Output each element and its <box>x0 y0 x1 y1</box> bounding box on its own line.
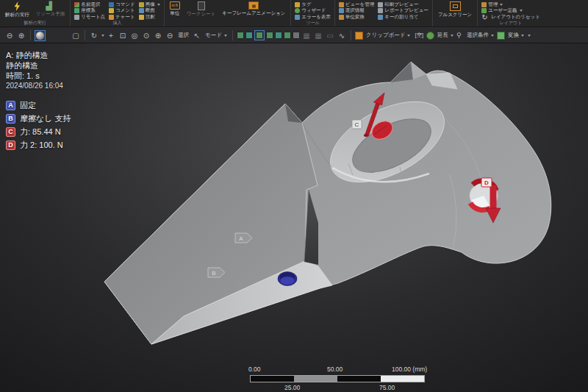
selection-tools-icon[interactable]: ▦ <box>313 30 323 41</box>
select-element-face-filter-icon[interactable] <box>293 32 300 39</box>
section-plane-button[interactable]: 断面 <box>139 8 160 14</box>
extend-label: 延長 <box>437 32 448 39</box>
manage-button[interactable]: 管理 <box>481 1 540 7</box>
select-face-filter-active[interactable] <box>254 30 265 40</box>
rotate-icon[interactable]: ↻ <box>89 30 99 41</box>
insert-group-label: 挿入 <box>74 20 160 26</box>
mode-label: モード <box>205 32 222 39</box>
ruler-segment <box>337 376 381 382</box>
analysis-title: A: 静的構造 <box>6 50 71 60</box>
commands-icon <box>109 2 114 7</box>
convert-label: 変換 <box>508 32 519 39</box>
graphics-viewport[interactable]: C D A <box>0 0 588 392</box>
select-vertex-filter-icon[interactable] <box>237 32 244 39</box>
convert-icon[interactable] <box>497 32 505 40</box>
more-tools-caret-icon[interactable] <box>528 35 531 37</box>
section-plane-icon <box>139 8 144 13</box>
extend-selection-icon[interactable]: ▦ <box>301 30 312 41</box>
zoom-previous-icon[interactable]: ⊕ <box>153 30 163 41</box>
convert-dropdown[interactable]: 変換 <box>506 32 526 39</box>
select-node-filter-icon[interactable] <box>275 32 282 39</box>
label-tool-icon[interactable]: ▭ <box>325 30 335 41</box>
keyframe-animation-icon: ▦ <box>248 1 259 10</box>
toolbar-separator <box>232 30 233 40</box>
images-button[interactable]: 画像 <box>139 1 160 7</box>
remote-point-button[interactable]: リモート点 <box>74 14 105 20</box>
shaded-exterior-button[interactable] <box>47 30 57 41</box>
user-defined-button[interactable]: ユーザー定義 <box>481 8 540 14</box>
extend-dropdown[interactable]: 延長 <box>436 32 455 39</box>
units-button[interactable]: m ft 単位 <box>168 1 182 18</box>
selection-criteria-dropdown[interactable]: 選択条件 <box>465 32 495 39</box>
clipboard-icon[interactable] <box>355 32 363 40</box>
ruler-segment <box>294 376 337 382</box>
shaded-exterior-edges-button[interactable] <box>35 30 46 41</box>
wizard-button[interactable]: ウィザード <box>295 8 330 14</box>
keyframe-animation-label: キーフレームアニメーション <box>222 10 285 17</box>
cursor-icon[interactable]: ↖ <box>192 30 202 41</box>
element-display-button[interactable]: ▢ <box>71 30 81 41</box>
fixed-support-hole <box>278 272 297 286</box>
commands-button[interactable]: コマンド <box>109 1 135 7</box>
select-dropdown[interactable]: 選択 <box>176 32 190 39</box>
force-c-arrow-base <box>364 134 368 137</box>
print-preview-icon <box>378 2 383 7</box>
select-element-filter-icon[interactable] <box>284 32 291 39</box>
resource-prediction-label: リソース予測 <box>36 11 65 18</box>
ruler-label-100: 100.00 (mm) <box>392 366 427 373</box>
legend-label-frictionless: 摩擦なし 支持 <box>20 113 71 124</box>
manage-views-button[interactable]: ビューを管理 <box>339 1 374 7</box>
coordinate-system-button[interactable]: 座標系 <box>74 8 105 14</box>
tools-group-label: ツール <box>295 20 330 26</box>
ruler-segment <box>251 376 294 382</box>
legend-label-force2: 力 2: 100. N <box>20 140 63 150</box>
print-preview-button[interactable]: 印刷プレビュー <box>378 1 429 7</box>
annotation-icon <box>139 15 144 20</box>
selection-info-button[interactable]: 選択情報 <box>339 8 374 14</box>
wizard-icon <box>295 8 300 13</box>
legend-item-frictionless: B 摩擦なし 支持 <box>6 113 71 124</box>
ribbon-group-views: ビューを管理 選択情報 単位変換 印刷プレビュー <box>334 0 432 26</box>
select-body-filter-icon[interactable] <box>266 32 273 39</box>
zoom-in-icon[interactable]: ⊕ <box>16 30 26 41</box>
clipboard-dropdown[interactable]: クリップボード <box>365 32 412 39</box>
wireframe-button[interactable] <box>59 30 69 41</box>
scale-ruler <box>250 375 425 382</box>
ruler-label-50: 50.00 <box>327 366 343 373</box>
toolbar-separator <box>30 30 31 40</box>
annotation-button[interactable]: 注釈 <box>139 14 160 20</box>
tags-button[interactable]: タグ <box>295 1 330 7</box>
solve-button[interactable]: 解析の実行 <box>4 1 31 19</box>
unit-convert-icon <box>339 15 344 20</box>
legend-badge-b: B <box>6 114 15 124</box>
keyframe-animation-button[interactable]: ▦ キーフレームアニメーション <box>220 1 287 18</box>
zoom-box-icon[interactable]: ⊡ <box>118 30 128 41</box>
zoom-magnify-icon[interactable]: ⊙ <box>141 30 151 41</box>
probe-chart-icon[interactable]: ∿ <box>337 30 347 41</box>
resource-prediction-button[interactable]: ▟ リソース予測 <box>35 1 66 18</box>
key-assignments-button[interactable]: キーの割り当て <box>378 14 429 20</box>
show-errors-button[interactable]: エラーを表示 <box>295 14 330 20</box>
comment-button[interactable]: コメント <box>109 8 135 14</box>
select-edge-filter-icon[interactable] <box>245 32 253 39</box>
zoom-next-icon[interactable]: ⊖ <box>165 30 175 41</box>
zoom-out-icon[interactable]: ⊖ <box>4 30 15 41</box>
unit-convert-button[interactable]: 単位変換 <box>339 14 374 20</box>
report-preview-button[interactable]: レポートプレビュー <box>378 8 429 14</box>
shaded-sphere-icon <box>36 32 44 40</box>
manage-icon <box>481 2 487 7</box>
tag-b-letter: B <box>212 270 215 277</box>
worksheet-button[interactable]: ワークシート <box>185 1 218 18</box>
zoom-fit-icon[interactable]: ◎ <box>129 30 140 41</box>
reset-layout-button[interactable]: ↻ レイアウトのリセット <box>481 14 540 20</box>
ribbon-group-solve: 解析の実行 ▟ リソース予測 解析の実行 <box>0 0 70 26</box>
extend-icon[interactable] <box>426 32 434 40</box>
mode-dropdown[interactable]: モード <box>204 32 229 39</box>
fullscreen-button[interactable]: フルスクリーン <box>437 1 473 19</box>
chart-button[interactable]: チャート <box>109 14 135 20</box>
toolbar-separator <box>351 30 351 40</box>
ribbon-group-tools: タグ ウィザード エラーを表示 ツール <box>290 0 334 26</box>
dropdown-caret-icon <box>224 35 227 37</box>
pan-icon[interactable]: + <box>106 30 116 41</box>
named-selection-button[interactable]: 名前選択 <box>74 1 105 7</box>
